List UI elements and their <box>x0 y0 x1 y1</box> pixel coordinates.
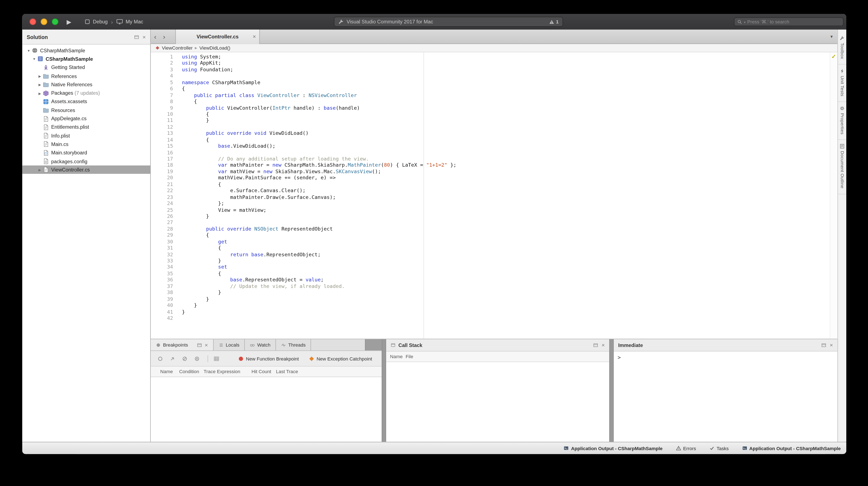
code-line[interactable]: 24 }; <box>151 201 837 207</box>
code-line[interactable]: 21 { <box>151 181 837 188</box>
close-icon[interactable]: × <box>830 343 833 348</box>
close-icon[interactable]: × <box>205 342 208 347</box>
tree-item-main-storyboard[interactable]: Main.storyboard <box>22 148 150 157</box>
code-line[interactable]: 38 } <box>151 290 837 296</box>
code-line[interactable]: 23 mathPainter.Draw(e.Surface.Canvas); <box>151 194 837 201</box>
expander-icon[interactable]: ▶ <box>37 83 43 86</box>
device-selector[interactable]: My Mac <box>126 19 143 25</box>
code-line[interactable]: 11 } <box>151 118 837 124</box>
status-item-application-output-csharpmathsample[interactable]: Application Output - CSharpMathSample <box>564 445 662 451</box>
column-header-hit-count[interactable]: Hit Count <box>252 369 276 374</box>
status-item-application-output-csharpmathsample[interactable]: Application Output - CSharpMathSample <box>742 445 841 451</box>
breadcrumb-member[interactable]: ViewDidLoad() <box>199 45 230 51</box>
line-number[interactable]: 9 <box>151 105 178 111</box>
code-line[interactable]: 37 // Update the view, if already loaded… <box>151 284 837 290</box>
editor-annotation-bar[interactable]: ✓ <box>830 52 837 339</box>
go-to-breakpoint-icon[interactable] <box>170 355 175 361</box>
line-number[interactable]: 30 <box>151 239 178 245</box>
pad-splitter[interactable] <box>609 339 614 442</box>
line-number[interactable]: 3 <box>151 67 178 73</box>
code-line[interactable]: 6{ <box>151 86 837 92</box>
tree-item-appdelegate-cs[interactable]: AppDelegate.cs <box>22 114 150 123</box>
code-line[interactable]: 33 } <box>151 258 837 264</box>
code-editor[interactable]: 1using System;2using AppKit;3using Found… <box>151 52 837 339</box>
code-line[interactable]: 36 base.RepresentedObject = value; <box>151 277 837 283</box>
close-icon[interactable]: × <box>601 343 604 348</box>
solution-pad-header[interactable]: Solution × <box>22 30 150 45</box>
code-line[interactable]: 16 <box>151 149 837 156</box>
code-line[interactable]: 17 // Do any additional setup after load… <box>151 156 837 162</box>
line-number[interactable]: 26 <box>151 213 178 220</box>
code-line[interactable]: 13 public override void ViewDidLoad() <box>151 131 837 137</box>
expander-icon[interactable]: ▼ <box>31 57 37 61</box>
tree-item-info-plist[interactable]: Info.plist <box>22 132 150 140</box>
code-line[interactable]: 35 { <box>151 270 837 277</box>
code-line[interactable]: 27 <box>151 220 837 226</box>
line-number[interactable]: 5 <box>151 80 178 86</box>
search-input[interactable] <box>747 19 840 25</box>
immediate-header[interactable]: Immediate × <box>614 339 837 351</box>
line-number[interactable]: 31 <box>151 245 178 252</box>
line-number[interactable]: 33 <box>151 258 178 264</box>
line-number[interactable]: 20 <box>151 175 178 181</box>
line-number[interactable]: 34 <box>151 264 178 270</box>
dock-tab-toolbox[interactable]: Toolbox <box>838 32 846 65</box>
line-number[interactable]: 13 <box>151 131 178 137</box>
code-line[interactable]: 1using System; <box>151 54 837 60</box>
column-header-condition[interactable]: Condition <box>179 369 204 374</box>
new-breakpoint-icon[interactable] <box>157 355 163 361</box>
tree-item-csharpmathsample[interactable]: ▼CSharpMathSample <box>22 46 150 55</box>
tree-item-assets-xcassets[interactable]: Assets.xcassets <box>22 97 150 106</box>
column-header-trace-expression[interactable]: Trace Expression <box>204 369 252 374</box>
tree-item-packages-config[interactable]: packages.config <box>22 157 150 165</box>
chevron-down-icon[interactable]: ▼ <box>830 35 833 38</box>
breakpoints-list[interactable] <box>151 377 382 442</box>
line-number[interactable]: 40 <box>151 303 178 309</box>
tree-item-native-references[interactable]: ▶Native References <box>22 80 150 89</box>
zoom-window-button[interactable] <box>52 18 59 25</box>
run-button[interactable]: ▶ <box>64 17 73 26</box>
line-number[interactable]: 7 <box>151 92 178 98</box>
line-number[interactable]: 6 <box>151 86 178 92</box>
code-line[interactable]: 12 <box>151 124 837 131</box>
line-number[interactable]: 2 <box>151 60 178 67</box>
line-number[interactable]: 1 <box>151 54 178 60</box>
expander-icon[interactable]: ▶ <box>37 74 43 78</box>
warning-badge[interactable]: 1 <box>549 17 559 26</box>
line-number[interactable]: 19 <box>151 169 178 175</box>
line-number[interactable]: 4 <box>151 73 178 80</box>
code-line[interactable]: 31 { <box>151 245 837 252</box>
disable-breakpoint-icon[interactable] <box>182 355 187 361</box>
expander-icon[interactable]: ▶ <box>37 168 43 172</box>
expander-icon[interactable]: ▼ <box>26 49 32 52</box>
line-number[interactable]: 15 <box>151 143 178 149</box>
tab-locals[interactable]: Locals <box>213 339 245 350</box>
line-number[interactable]: 24 <box>151 201 178 207</box>
dock-tab-properties[interactable]: Properties <box>838 102 846 140</box>
columns-icon[interactable] <box>214 355 219 361</box>
code-line[interactable]: 26 } <box>151 213 837 220</box>
code-line[interactable]: 9 public ViewController(IntPtr handle) :… <box>151 105 837 111</box>
tree-item-packages[interactable]: ▶Packages (7 updates) <box>22 89 150 97</box>
code-line[interactable]: 22 e.Surface.Canvas.Clear(); <box>151 188 837 194</box>
code-line[interactable]: 29 { <box>151 232 837 239</box>
tree-item-entitlements-plist[interactable]: Entitlements.plist <box>22 123 150 132</box>
line-number[interactable]: 25 <box>151 207 178 213</box>
code-line[interactable]: 8 { <box>151 99 837 105</box>
code-line[interactable]: 25 View = mathView; <box>151 207 837 213</box>
code-line[interactable]: 5namespace CSharpMathSample <box>151 80 837 86</box>
dock-tab-unit-tests[interactable]: Unit Tests <box>838 64 846 102</box>
code-line[interactable]: 30 get <box>151 239 837 245</box>
navigate-back-button[interactable]: ‹ <box>151 32 160 40</box>
tree-item-main-cs[interactable]: Main.cs <box>22 140 150 148</box>
status-item-errors[interactable]: Errors <box>676 445 696 451</box>
line-number[interactable]: 12 <box>151 124 178 131</box>
code-line[interactable]: 7 public partial class ViewController : … <box>151 92 837 98</box>
line-number[interactable]: 35 <box>151 270 178 277</box>
line-number[interactable]: 23 <box>151 194 178 201</box>
line-number[interactable]: 14 <box>151 137 178 143</box>
immediate-console[interactable]: > <box>614 351 837 442</box>
line-number[interactable]: 42 <box>151 315 178 322</box>
tab-breakpoints[interactable]: Breakpoints× <box>151 339 214 350</box>
dock-icon[interactable] <box>134 34 139 39</box>
